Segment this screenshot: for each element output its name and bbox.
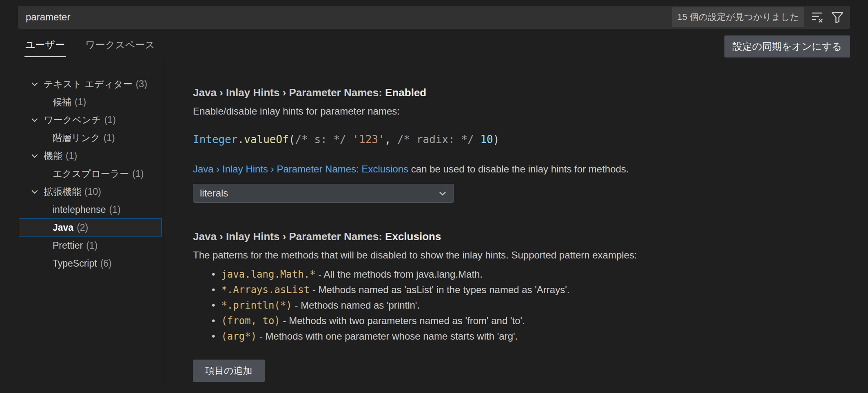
setting-parameter-names-enabled: Java › Inlay Hints › Parameter Names: En… xyxy=(193,86,852,203)
tree-item-count: (3) xyxy=(136,79,147,90)
pattern-example-item: *.Arrays.asList - Methods named as 'asLi… xyxy=(212,282,852,298)
pattern-example-item: java.lang.Math.* - All the methods from … xyxy=(212,267,852,282)
pattern-example-item: (arg*) - Methods with one parameter whos… xyxy=(212,329,852,344)
tree-item-count: (1) xyxy=(75,97,86,108)
setting-parameter-names-exclusions: Java › Inlay Hints › Parameter Names: Ex… xyxy=(193,230,852,382)
tree-item-label: 機能 xyxy=(44,150,62,162)
tree-item-java[interactable]: Java (2) xyxy=(19,219,162,236)
setting-title: Java › Inlay Hints › Parameter Names: Ex… xyxy=(193,230,852,243)
pattern-text: - Methods with one parameter whose name … xyxy=(257,331,518,342)
clear-search-results-icon[interactable] xyxy=(810,10,824,24)
pattern-code: java.lang.Math.* xyxy=(221,269,315,280)
pattern-code: *.Arrays.asList xyxy=(221,284,310,296)
code-token: 10 xyxy=(480,133,493,146)
setting-description: The patterns for the methods that will b… xyxy=(193,249,852,261)
search-input[interactable] xyxy=(26,11,672,23)
pattern-examples-list: java.lang.Math.* - All the methods from … xyxy=(193,267,852,344)
tree-item-label: Java xyxy=(53,222,73,233)
tree-item-label: intelephense xyxy=(53,204,106,215)
settings-search-row: 15 個の設定が見つかりました xyxy=(0,0,868,29)
setting-title-name: Enabled xyxy=(385,86,426,99)
setting-title-path: Java › Inlay Hints › Parameter Names: xyxy=(193,86,385,99)
tree-item-extensions[interactable]: 拡張機能 (10) xyxy=(19,183,162,201)
settings-list: Java › Inlay Hints › Parameter Names: En… xyxy=(163,58,868,391)
code-token: Integer xyxy=(193,133,238,146)
results-count-badge: 15 個の設定が見つかりました xyxy=(672,7,804,27)
tree-item-explorer[interactable]: エクスプローラー (1) xyxy=(19,165,162,183)
code-token: . xyxy=(238,133,244,146)
tree-item-label: 候補 xyxy=(53,96,71,108)
tree-item-count: (1) xyxy=(86,240,97,251)
settings-tree: テキスト エディター (3) 候補 (1) ワークベンチ (1) 階層リンク (… xyxy=(19,75,162,272)
tree-item-text-editor[interactable]: テキスト エディター (3) xyxy=(19,75,162,93)
tree-item-label: TypeScript xyxy=(53,258,97,269)
pattern-text: - Methods with two parameters named as '… xyxy=(280,315,525,326)
tree-item-count: (2) xyxy=(77,222,88,233)
settings-toc-sidebar: テキスト エディター (3) 候補 (1) ワークベンチ (1) 階層リンク (… xyxy=(0,58,163,391)
tree-item-prettier[interactable]: Prettier (1) xyxy=(19,236,162,254)
code-token: '123' xyxy=(352,133,384,146)
chevron-down-icon xyxy=(437,188,448,199)
related-setting-line: Java › Inlay Hints › Parameter Names: Ex… xyxy=(193,163,852,175)
related-setting-link[interactable]: Java › Inlay Hints › Parameter Names: Ex… xyxy=(193,163,408,174)
tree-item-count: (10) xyxy=(84,186,101,197)
tree-item-label: 階層リンク xyxy=(53,132,100,144)
setting-description: Enable/disable inlay hints for parameter… xyxy=(193,106,852,117)
enabled-dropdown[interactable]: literals xyxy=(193,184,454,203)
tree-item-label: エクスプローラー xyxy=(53,168,129,180)
tab-user[interactable]: ユーザー xyxy=(24,36,66,57)
dropdown-selected-value: literals xyxy=(200,188,228,199)
pattern-example-item: (from, to) - Methods with two parameters… xyxy=(212,313,852,329)
pattern-code: (from, to) xyxy=(221,315,280,327)
pattern-text: - All the methods from java.lang.Math. xyxy=(316,269,483,280)
tree-item-count: (6) xyxy=(100,258,112,269)
tree-item-count: (1) xyxy=(66,150,77,161)
tree-item-label: Prettier xyxy=(53,240,83,251)
pattern-text: - Methods named as 'println'. xyxy=(292,300,420,311)
code-token: /* s: */ xyxy=(295,133,352,146)
tree-item-count: (1) xyxy=(104,115,116,126)
tree-item-label: ワークベンチ xyxy=(44,114,101,126)
tree-item-suggestions[interactable]: 候補 (1) xyxy=(19,93,162,111)
tree-item-count: (1) xyxy=(132,168,144,179)
tree-item-typescript[interactable]: TypeScript (6) xyxy=(19,254,162,272)
code-example: Integer.valueOf(/* s: */ '123', /* radix… xyxy=(193,133,852,146)
code-token: ( xyxy=(289,133,295,146)
search-right-controls: 15 個の設定が見つかりました xyxy=(672,7,845,27)
filter-icon[interactable] xyxy=(830,10,845,24)
settings-scope-header: ユーザー ワークスペース 設定の同期をオンにする xyxy=(0,29,868,58)
add-item-button[interactable]: 項目の追加 xyxy=(193,360,265,382)
code-token: /* radix: */ xyxy=(397,133,480,146)
tree-item-count: (1) xyxy=(104,132,115,144)
setting-title: Java › Inlay Hints › Parameter Names: En… xyxy=(193,86,852,99)
chevron-down-icon xyxy=(30,187,40,196)
tree-item-label: テキスト エディター xyxy=(44,78,133,91)
pattern-text: - Methods named as 'asList' in the types… xyxy=(310,284,569,295)
scope-tabs: ユーザー ワークスペース xyxy=(24,36,156,57)
related-setting-suffix: can be used to disable the inlay hints f… xyxy=(408,163,629,174)
pattern-code: (arg*) xyxy=(221,331,257,342)
tree-item-features[interactable]: 機能 (1) xyxy=(19,147,162,165)
settings-body: テキスト エディター (3) 候補 (1) ワークベンチ (1) 階層リンク (… xyxy=(0,58,868,391)
tree-item-workbench[interactable]: ワークベンチ (1) xyxy=(19,111,162,129)
chevron-down-icon xyxy=(30,115,40,125)
pattern-example-item: *.println(*) - Methods named as 'println… xyxy=(212,298,852,313)
setting-title-name: Exclusions xyxy=(385,230,441,243)
code-token: ) xyxy=(493,133,500,146)
code-token: , xyxy=(385,133,397,146)
tree-item-label: 拡張機能 xyxy=(44,185,81,198)
tree-item-count: (1) xyxy=(109,204,120,215)
tree-item-intelephense[interactable]: intelephense (1) xyxy=(19,201,162,219)
chevron-down-icon xyxy=(30,79,40,89)
tree-item-breadcrumbs[interactable]: 階層リンク (1) xyxy=(19,129,162,147)
tab-workspace[interactable]: ワークスペース xyxy=(84,36,156,57)
pattern-code: *.println(*) xyxy=(221,300,292,311)
chevron-down-icon xyxy=(30,151,40,161)
turn-on-settings-sync-button[interactable]: 設定の同期をオンにする xyxy=(724,35,850,57)
code-token: valueOf xyxy=(244,133,289,146)
setting-title-path: Java › Inlay Hints › Parameter Names: xyxy=(193,230,385,243)
settings-search-bar[interactable]: 15 個の設定が見つかりました xyxy=(18,6,850,29)
